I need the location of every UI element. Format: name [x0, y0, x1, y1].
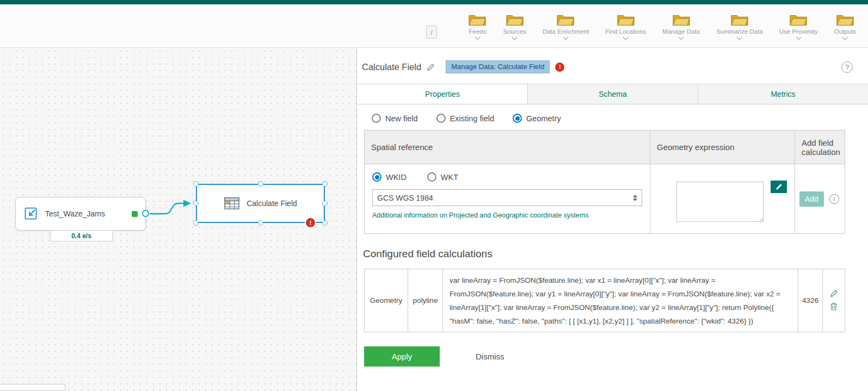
selection-handle[interactable] — [193, 181, 199, 187]
toolbar-item-data-enrichment[interactable]: Data Enrichment — [543, 13, 589, 39]
select-value: GCS WGS 1984 — [377, 194, 433, 202]
output-port[interactable] — [142, 210, 149, 217]
toolbar-item-manage-data[interactable]: Manage Data — [662, 13, 700, 39]
chevron-down-icon — [796, 35, 801, 40]
folder-icon — [617, 13, 635, 27]
radio-icon — [427, 172, 436, 182]
expression-editor-button[interactable] — [771, 181, 787, 193]
radio-label: Geometry — [526, 114, 561, 123]
geometry-expression-input[interactable] — [676, 182, 764, 222]
selection-handle[interactable] — [258, 181, 263, 187]
select-arrows-icon — [633, 195, 637, 201]
radio-new-field[interactable]: New field — [372, 114, 418, 123]
panel-header: Calculate Field Manage Data: Calculate F… — [358, 48, 868, 77]
app-window: / Feeds Sources Data Enrichment Find Loc… — [0, 0, 868, 391]
toolbar: / Feeds Sources Data Enrichment Find Loc… — [0, 4, 868, 48]
add-calculation-button[interactable]: Add — [799, 191, 824, 207]
chevron-down-icon — [512, 35, 518, 40]
radio-wkt[interactable]: WKT — [427, 172, 458, 182]
event-rate-value: 0.4 e/s — [71, 232, 91, 240]
field-type-options: New field Existing field Geometry — [372, 114, 868, 123]
radio-label: WKID — [386, 173, 407, 182]
chevron-down-icon — [842, 35, 848, 40]
selection-handle[interactable] — [258, 220, 263, 226]
column-header-add-field-calculation: Add field calculation — [795, 131, 845, 164]
edit-calculation-button[interactable] — [830, 289, 838, 299]
toolbar-item-label: Sources — [503, 28, 526, 35]
configured-calculations-heading: Configured field calculations — [363, 248, 868, 260]
chevron-down-icon — [623, 35, 629, 40]
radio-label: New field — [385, 114, 418, 123]
radio-existing-field[interactable]: Existing field — [436, 114, 494, 123]
spatial-reference-select[interactable]: GCS WGS 1984 — [372, 189, 642, 206]
radio-wkid[interactable]: WKID — [372, 172, 407, 182]
selection-handle[interactable] — [193, 220, 199, 226]
selection-handle[interactable] — [193, 201, 199, 206]
chevron-down-icon — [475, 35, 481, 40]
node-test-waze-jams[interactable]: Test_Waze_Jams — [15, 197, 146, 231]
panel-footer: Apply Dismiss — [364, 346, 868, 367]
toolbar-item-use-proximity[interactable]: Use Proximity — [779, 13, 818, 39]
folder-icon — [468, 13, 487, 27]
radio-icon — [372, 114, 381, 123]
radio-geometry[interactable]: Geometry — [513, 114, 561, 123]
geometry-config-table: Spatial reference Geometry expression Ad… — [364, 130, 845, 234]
folder-icon — [730, 13, 749, 27]
selection-handle[interactable] — [322, 181, 328, 187]
column-header-spatial-reference: Spatial reference — [365, 131, 650, 164]
canvas-overlay-box — [0, 384, 65, 391]
node-calculate-field[interactable]: Calculate Field ! — [196, 184, 325, 223]
toolbar-item-feeds[interactable]: Feeds — [468, 13, 487, 39]
tab-schema[interactable]: Schema — [527, 84, 698, 104]
selection-handle[interactable] — [322, 220, 328, 226]
chevron-down-icon — [737, 35, 742, 40]
calculation-type-cell: polyline — [408, 269, 443, 332]
toolbar-item-find-locations[interactable]: Find Locations — [605, 13, 646, 39]
error-icon: ! — [555, 63, 564, 72]
selection-handle[interactable] — [322, 201, 328, 206]
add-calculation-group: Add i — [799, 191, 845, 207]
status-indicator — [132, 211, 138, 217]
pencil-icon — [775, 183, 783, 190]
toolbar-item-summarize-data[interactable]: Summarize Data — [716, 13, 763, 39]
toolbar-item-label: Outputs — [834, 28, 856, 35]
panel-title: Calculate Field — [362, 62, 421, 72]
table-row: Geometry polyline var lineArray = FromJS… — [365, 269, 845, 332]
info-icon[interactable]: i — [829, 194, 839, 204]
tab-metrics[interactable]: Metrics — [698, 84, 868, 104]
radio-selected-icon — [513, 114, 522, 123]
calculation-expression-cell: var lineArray = FromJSON($feature.line);… — [443, 269, 798, 332]
feed-dataset-icon — [23, 206, 39, 221]
toolbar-item-outputs[interactable]: Outputs — [834, 13, 856, 39]
tab-properties[interactable]: Properties — [358, 84, 527, 104]
table-icon — [224, 196, 240, 210]
toolbar-item-label: Find Locations — [605, 28, 646, 35]
delete-calculation-button[interactable] — [830, 302, 838, 312]
apply-button[interactable]: Apply — [364, 346, 440, 367]
toolbar-item-sources[interactable]: Sources — [503, 13, 526, 39]
folder-icon — [506, 13, 524, 27]
geometry-expression-cell — [650, 164, 795, 234]
folder-icon — [789, 13, 808, 27]
coordinate-systems-link[interactable]: Additional information on Projected and … — [372, 212, 642, 219]
pipeline-canvas[interactable]: Test_Waze_Jams 0.4 e/s Calculate Field ! — [0, 48, 357, 391]
node-label: Test_Waze_Jams — [45, 209, 105, 218]
toolbar-item-label: Summarize Data — [716, 28, 763, 35]
trash-icon — [830, 302, 838, 311]
panel-tabs: Properties Schema Metrics — [358, 84, 868, 104]
radio-selected-icon — [372, 172, 381, 182]
radio-icon — [436, 114, 446, 123]
rename-pencil-button[interactable] — [427, 63, 435, 71]
top-bar — [0, 0, 868, 4]
chevron-down-icon — [563, 35, 569, 40]
dismiss-button[interactable]: Dismiss — [476, 352, 504, 361]
toolbar-item-label: Data Enrichment — [543, 28, 589, 35]
shortcut-slash-button[interactable]: / — [426, 26, 437, 39]
toolbar-item-label: Manage Data — [662, 28, 700, 35]
help-icon[interactable]: ? — [841, 61, 853, 73]
wkid-wkt-options: WKID WKT — [372, 172, 650, 182]
folder-icon — [672, 13, 691, 27]
toolbar-item-label: Feeds — [469, 28, 486, 35]
spatial-reference-cell: WKID WKT GCS WGS 1984 Additional informa… — [365, 164, 650, 234]
chevron-down-icon — [679, 35, 684, 40]
